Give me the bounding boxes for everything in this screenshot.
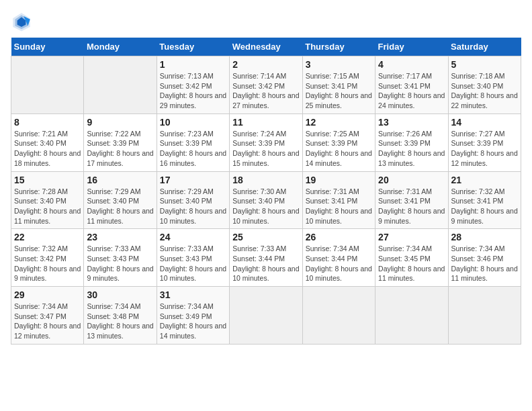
weekday-header-saturday: Saturday — [448, 38, 521, 56]
calendar-week-3: 22Sunrise: 7:32 AMSunset: 3:42 PMDayligh… — [11, 229, 521, 287]
day-number: 28 — [451, 232, 518, 242]
day-detail: Sunrise: 7:34 AMSunset: 3:47 PMDaylight:… — [14, 302, 81, 340]
day-detail: Sunrise: 7:23 AMSunset: 3:39 PMDaylight:… — [160, 130, 226, 167]
calendar-week-2: 15Sunrise: 7:28 AMSunset: 3:40 PMDayligh… — [11, 171, 521, 229]
day-cell-19: 19Sunrise: 7:31 AMSunset: 3:41 PMDayligh… — [302, 171, 375, 229]
weekday-header-tuesday: Tuesday — [157, 38, 229, 56]
day-cell-5: 5Sunrise: 7:18 AMSunset: 3:40 PMDaylight… — [448, 56, 521, 114]
day-detail: Sunrise: 7:25 AMSunset: 3:39 PMDaylight:… — [306, 130, 372, 167]
empty-cell — [375, 287, 448, 345]
day-detail: Sunrise: 7:14 AMSunset: 3:42 PMDaylight:… — [232, 72, 299, 109]
day-number: 27 — [378, 232, 445, 242]
day-number: 2 — [232, 59, 299, 70]
logo-icon — [11, 11, 32, 32]
weekday-header-friday: Friday — [375, 38, 448, 56]
day-cell-14: 14Sunrise: 7:27 AMSunset: 3:39 PMDayligh… — [448, 113, 521, 171]
weekday-header-thursday: Thursday — [302, 38, 375, 56]
day-number: 24 — [160, 232, 226, 242]
day-number: 19 — [306, 175, 372, 185]
day-number: 14 — [451, 117, 518, 128]
day-cell-23: 23Sunrise: 7:33 AMSunset: 3:43 PMDayligh… — [84, 229, 157, 287]
day-number: 31 — [160, 289, 226, 300]
day-cell-30: 30Sunrise: 7:34 AMSunset: 3:48 PMDayligh… — [84, 287, 157, 345]
day-cell-29: 29Sunrise: 7:34 AMSunset: 3:47 PMDayligh… — [11, 287, 84, 345]
day-detail: Sunrise: 7:34 AMSunset: 3:49 PMDaylight:… — [160, 302, 226, 340]
calendar-week-4: 29Sunrise: 7:34 AMSunset: 3:47 PMDayligh… — [11, 287, 521, 345]
day-number: 25 — [232, 232, 299, 242]
day-number: 9 — [87, 117, 153, 128]
day-cell-21: 21Sunrise: 7:32 AMSunset: 3:41 PMDayligh… — [448, 171, 521, 229]
day-number: 10 — [160, 117, 226, 128]
day-number: 23 — [87, 232, 153, 242]
day-detail: Sunrise: 7:33 AMSunset: 3:43 PMDaylight:… — [87, 244, 153, 282]
day-detail: Sunrise: 7:34 AMSunset: 3:48 PMDaylight:… — [87, 302, 153, 340]
day-detail: Sunrise: 7:33 AMSunset: 3:44 PMDaylight:… — [232, 244, 299, 282]
day-cell-10: 10Sunrise: 7:23 AMSunset: 3:39 PMDayligh… — [157, 113, 229, 171]
day-detail: Sunrise: 7:34 AMSunset: 3:45 PMDaylight:… — [378, 244, 445, 282]
calendar-header: SundayMondayTuesdayWednesdayThursdayFrid… — [11, 38, 521, 56]
logo — [11, 11, 35, 32]
day-number: 4 — [378, 59, 445, 70]
day-detail: Sunrise: 7:15 AMSunset: 3:41 PMDaylight:… — [306, 72, 372, 109]
day-detail: Sunrise: 7:24 AMSunset: 3:39 PMDaylight:… — [232, 130, 299, 167]
day-cell-27: 27Sunrise: 7:34 AMSunset: 3:45 PMDayligh… — [375, 229, 448, 287]
page-header — [11, 11, 521, 32]
day-cell-13: 13Sunrise: 7:26 AMSunset: 3:39 PMDayligh… — [375, 113, 448, 171]
day-cell-22: 22Sunrise: 7:32 AMSunset: 3:42 PMDayligh… — [11, 229, 84, 287]
day-detail: Sunrise: 7:22 AMSunset: 3:39 PMDaylight:… — [87, 130, 153, 167]
day-cell-4: 4Sunrise: 7:17 AMSunset: 3:41 PMDaylight… — [375, 56, 448, 114]
day-cell-25: 25Sunrise: 7:33 AMSunset: 3:44 PMDayligh… — [230, 229, 302, 287]
day-cell-31: 31Sunrise: 7:34 AMSunset: 3:49 PMDayligh… — [157, 287, 229, 345]
day-number: 29 — [14, 289, 81, 300]
empty-cell — [448, 287, 521, 345]
weekday-header-wednesday: Wednesday — [230, 38, 302, 56]
day-cell-3: 3Sunrise: 7:15 AMSunset: 3:41 PMDaylight… — [302, 56, 375, 114]
day-number: 20 — [378, 175, 445, 185]
day-detail: Sunrise: 7:31 AMSunset: 3:41 PMDaylight:… — [306, 187, 372, 225]
day-number: 26 — [306, 232, 372, 242]
day-number: 5 — [451, 59, 518, 70]
day-cell-12: 12Sunrise: 7:25 AMSunset: 3:39 PMDayligh… — [302, 113, 375, 171]
day-number: 13 — [378, 117, 445, 128]
day-number: 30 — [87, 289, 153, 300]
day-detail: Sunrise: 7:33 AMSunset: 3:43 PMDaylight:… — [160, 244, 226, 282]
day-cell-8: 8Sunrise: 7:21 AMSunset: 3:40 PMDaylight… — [11, 113, 84, 171]
empty-cell — [230, 287, 302, 345]
day-detail: Sunrise: 7:28 AMSunset: 3:40 PMDaylight:… — [14, 187, 81, 225]
day-detail: Sunrise: 7:27 AMSunset: 3:39 PMDaylight:… — [451, 130, 518, 167]
day-cell-20: 20Sunrise: 7:31 AMSunset: 3:41 PMDayligh… — [375, 171, 448, 229]
day-cell-18: 18Sunrise: 7:30 AMSunset: 3:40 PMDayligh… — [230, 171, 302, 229]
day-number: 8 — [14, 117, 81, 128]
weekday-header-sunday: Sunday — [11, 38, 84, 56]
day-cell-16: 16Sunrise: 7:29 AMSunset: 3:40 PMDayligh… — [84, 171, 157, 229]
calendar-week-1: 8Sunrise: 7:21 AMSunset: 3:40 PMDaylight… — [11, 113, 521, 171]
calendar-week-0: 1Sunrise: 7:13 AMSunset: 3:42 PMDaylight… — [11, 56, 521, 114]
day-number: 17 — [160, 175, 226, 185]
day-detail: Sunrise: 7:18 AMSunset: 3:40 PMDaylight:… — [451, 72, 518, 109]
day-number: 22 — [14, 232, 81, 242]
calendar-body: 1Sunrise: 7:13 AMSunset: 3:42 PMDaylight… — [11, 56, 521, 345]
day-number: 1 — [160, 59, 226, 70]
day-number: 16 — [87, 175, 153, 185]
calendar-table: SundayMondayTuesdayWednesdayThursdayFrid… — [11, 38, 521, 345]
day-detail: Sunrise: 7:21 AMSunset: 3:40 PMDaylight:… — [14, 130, 81, 167]
day-cell-26: 26Sunrise: 7:34 AMSunset: 3:44 PMDayligh… — [302, 229, 375, 287]
day-detail: Sunrise: 7:13 AMSunset: 3:42 PMDaylight:… — [160, 72, 226, 109]
day-detail: Sunrise: 7:32 AMSunset: 3:41 PMDaylight:… — [451, 187, 518, 225]
day-cell-1: 1Sunrise: 7:13 AMSunset: 3:42 PMDaylight… — [157, 56, 229, 114]
day-cell-17: 17Sunrise: 7:29 AMSunset: 3:40 PMDayligh… — [157, 171, 229, 229]
day-number: 15 — [14, 175, 81, 185]
day-cell-28: 28Sunrise: 7:34 AMSunset: 3:46 PMDayligh… — [448, 229, 521, 287]
day-detail: Sunrise: 7:32 AMSunset: 3:42 PMDaylight:… — [14, 244, 81, 282]
day-detail: Sunrise: 7:29 AMSunset: 3:40 PMDaylight:… — [87, 187, 153, 225]
empty-cell — [84, 56, 157, 114]
day-detail: Sunrise: 7:30 AMSunset: 3:40 PMDaylight:… — [232, 187, 299, 225]
day-cell-24: 24Sunrise: 7:33 AMSunset: 3:43 PMDayligh… — [157, 229, 229, 287]
empty-cell — [302, 287, 375, 345]
day-number: 11 — [232, 117, 299, 128]
day-number: 18 — [232, 175, 299, 185]
day-detail: Sunrise: 7:31 AMSunset: 3:41 PMDaylight:… — [378, 187, 445, 225]
day-cell-9: 9Sunrise: 7:22 AMSunset: 3:39 PMDaylight… — [84, 113, 157, 171]
day-detail: Sunrise: 7:34 AMSunset: 3:46 PMDaylight:… — [451, 244, 518, 282]
day-detail: Sunrise: 7:17 AMSunset: 3:41 PMDaylight:… — [378, 72, 445, 109]
